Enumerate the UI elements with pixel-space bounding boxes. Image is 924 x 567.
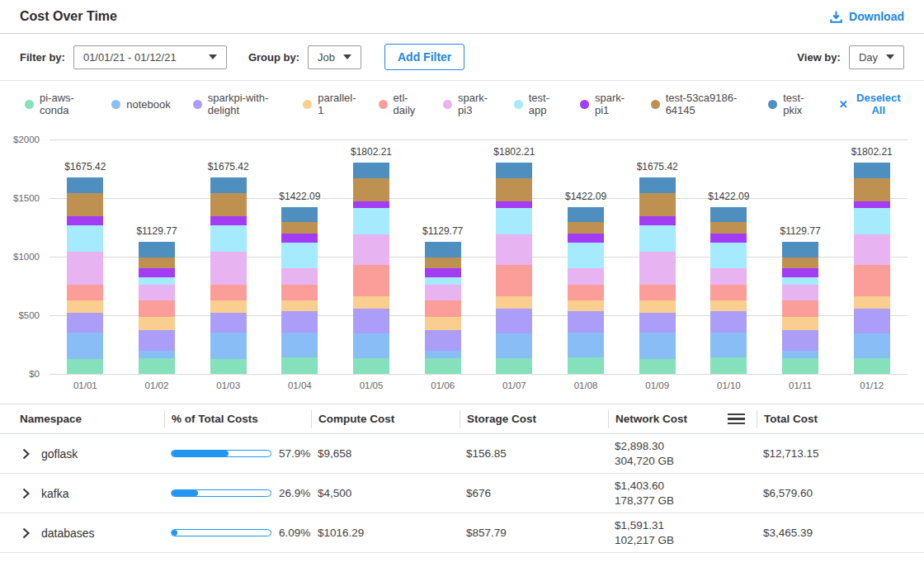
stacked-bar-01/05[interactable]: $1802.21	[353, 163, 389, 374]
legend-item-notebook[interactable]: notebook	[111, 98, 171, 111]
legend-item-test-53ca9186-64145[interactable]: test-53ca9186-64145	[651, 92, 747, 116]
bar-segment-spark-pi3[interactable]	[139, 285, 175, 301]
legend-item-test-pkix[interactable]: test-pkix	[768, 92, 813, 116]
bar-segment-pi-aws-conda[interactable]	[639, 359, 676, 374]
bar-segment-parallel-1[interactable]	[854, 296, 890, 309]
bar-segment-sparkpi-with-delight[interactable]	[425, 330, 461, 351]
bar-segment-etl-daily[interactable]	[568, 285, 604, 300]
bar-segment-etl-daily[interactable]	[353, 265, 389, 295]
bar-segment-spark-pi1[interactable]	[854, 201, 890, 209]
bar-segment-etl-daily[interactable]	[854, 265, 890, 295]
stacked-bar-01/11[interactable]: $1129.77	[782, 242, 818, 374]
bar-segment-test-53ca9186-64145[interactable]	[281, 222, 318, 234]
stacked-bar-01/07[interactable]: $1802.21	[496, 163, 532, 374]
bar-segment-etl-daily[interactable]	[210, 285, 247, 301]
bar-segment-spark-pi3[interactable]	[353, 234, 389, 265]
bar-segment-spark-pi3[interactable]	[425, 285, 461, 301]
bar-segment-sparkpi-with-delight[interactable]	[353, 309, 389, 334]
bar-segment-parallel-1[interactable]	[425, 317, 461, 330]
bar-segment-pi-aws-conda[interactable]	[425, 358, 461, 374]
bar-segment-parallel-1[interactable]	[210, 300, 247, 313]
bar-segment-test-53ca9186-64145[interactable]	[210, 193, 247, 216]
bar-segment-test-53ca9186-64145[interactable]	[854, 178, 890, 201]
bar-segment-parallel-1[interactable]	[67, 300, 103, 313]
bar-segment-test-53ca9186-64145[interactable]	[639, 193, 676, 216]
bar-segment-notebook[interactable]	[568, 333, 604, 357]
bar-segment-test-app[interactable]	[639, 225, 676, 252]
bar-segment-pi-aws-conda[interactable]	[139, 358, 175, 374]
legend-item-sparkpi-with-delight[interactable]: sparkpi-with-delight	[193, 92, 281, 116]
bar-segment-test-53ca9186-64145[interactable]	[425, 258, 461, 267]
bar-segment-sparkpi-with-delight[interactable]	[568, 311, 604, 333]
bar-segment-notebook[interactable]	[139, 351, 175, 358]
bar-segment-pi-aws-conda[interactable]	[67, 359, 103, 374]
bar-segment-test-pkix[interactable]	[710, 207, 747, 222]
bar-segment-notebook[interactable]	[353, 333, 389, 358]
expand-row-chevron-icon[interactable]	[22, 448, 30, 460]
bar-segment-spark-pi1[interactable]	[281, 234, 318, 243]
bar-segment-notebook[interactable]	[639, 333, 676, 358]
bar-segment-test-app[interactable]	[710, 243, 747, 269]
bar-segment-test-pkix[interactable]	[139, 242, 175, 258]
stacked-bar-01/09[interactable]: $1675.42	[639, 177, 676, 374]
bar-segment-test-app[interactable]	[854, 208, 890, 234]
group-by-dropdown[interactable]: Job	[308, 45, 361, 69]
bar-segment-spark-pi3[interactable]	[782, 285, 818, 301]
legend-item-test-app[interactable]: test-app	[514, 92, 558, 116]
bar-segment-spark-pi3[interactable]	[210, 252, 247, 284]
bar-segment-test-pkix[interactable]	[782, 242, 818, 258]
bar-segment-parallel-1[interactable]	[568, 300, 604, 311]
bar-segment-test-pkix[interactable]	[568, 207, 604, 222]
legend-item-parallel-1[interactable]: parallel-1	[303, 92, 356, 116]
bar-segment-test-pkix[interactable]	[281, 207, 318, 222]
bar-segment-parallel-1[interactable]	[353, 296, 389, 309]
bar-segment-pi-aws-conda[interactable]	[854, 358, 890, 374]
bar-segment-parallel-1[interactable]	[496, 296, 532, 309]
legend-item-spark-pi1[interactable]: spark-pi1	[580, 92, 629, 116]
bar-segment-notebook[interactable]	[496, 333, 532, 358]
deselect-all-button[interactable]: ✕ Deselect All	[839, 92, 904, 116]
bar-segment-sparkpi-with-delight[interactable]	[854, 309, 890, 334]
bar-segment-test-pkix[interactable]	[67, 177, 103, 192]
bar-segment-sparkpi-with-delight[interactable]	[639, 313, 676, 333]
bar-segment-test-app[interactable]	[353, 208, 389, 234]
bar-segment-test-app[interactable]	[210, 225, 247, 252]
column-menu-icon[interactable]	[728, 413, 745, 425]
bar-segment-test-53ca9186-64145[interactable]	[139, 258, 175, 267]
bar-segment-test-53ca9186-64145[interactable]	[353, 178, 389, 201]
bar-segment-pi-aws-conda[interactable]	[782, 358, 818, 374]
bar-segment-spark-pi3[interactable]	[639, 252, 676, 284]
bar-segment-notebook[interactable]	[281, 333, 318, 357]
legend-item-etl-daily[interactable]: etl-daily	[379, 92, 422, 116]
bar-segment-spark-pi1[interactable]	[782, 268, 818, 277]
bar-segment-etl-daily[interactable]	[67, 285, 103, 301]
bar-segment-spark-pi1[interactable]	[139, 268, 175, 277]
bar-segment-parallel-1[interactable]	[782, 317, 818, 330]
bar-segment-spark-pi1[interactable]	[496, 201, 532, 209]
bar-segment-pi-aws-conda[interactable]	[353, 358, 389, 374]
expand-row-chevron-icon[interactable]	[22, 488, 30, 499]
stacked-bar-01/04[interactable]: $1422.09	[281, 207, 318, 374]
stacked-bar-01/01[interactable]: $1675.42	[67, 177, 103, 374]
bar-segment-spark-pi1[interactable]	[210, 216, 247, 225]
bar-segment-etl-daily[interactable]	[139, 300, 175, 317]
legend-item-pi-aws-conda[interactable]: pi-aws-conda	[25, 92, 89, 116]
stacked-bar-01/08[interactable]: $1422.09	[568, 207, 604, 374]
namespace-label[interactable]: goflask	[41, 447, 78, 461]
bar-segment-etl-daily[interactable]	[425, 300, 461, 317]
bar-segment-test-app[interactable]	[496, 208, 532, 234]
bar-segment-sparkpi-with-delight[interactable]	[139, 330, 175, 351]
download-button[interactable]: Download	[829, 10, 904, 24]
bar-segment-test-app[interactable]	[67, 225, 103, 252]
bar-segment-test-53ca9186-64145[interactable]	[67, 193, 103, 216]
add-filter-button[interactable]: Add Filter	[384, 44, 464, 70]
bar-segment-parallel-1[interactable]	[281, 300, 318, 311]
bar-segment-spark-pi1[interactable]	[425, 268, 461, 277]
bar-segment-test-53ca9186-64145[interactable]	[568, 222, 604, 234]
bar-segment-test-pkix[interactable]	[425, 242, 461, 258]
namespace-label[interactable]: databases	[41, 527, 95, 540]
date-range-dropdown[interactable]: 01/01/21 - 01/12/21	[73, 45, 227, 69]
legend-item-spark-pi3[interactable]: spark-pi3	[443, 92, 492, 116]
bar-segment-sparkpi-with-delight[interactable]	[281, 311, 318, 333]
bar-segment-test-app[interactable]	[139, 277, 175, 285]
